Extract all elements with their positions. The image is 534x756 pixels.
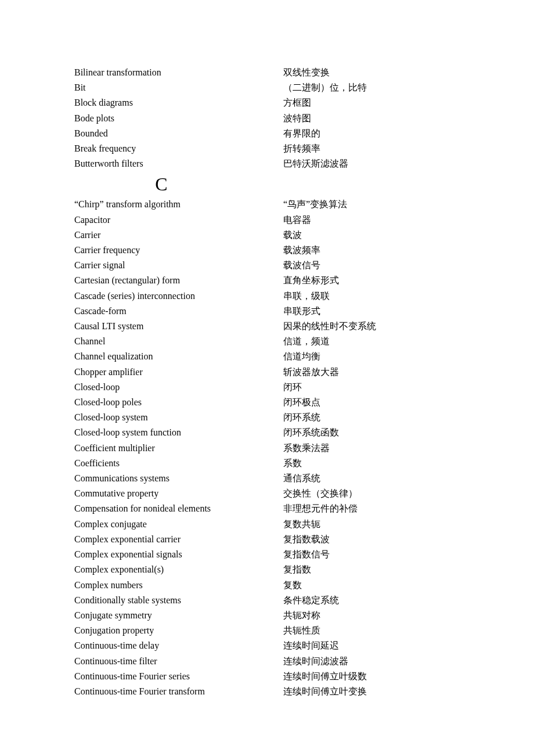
glossary-row: Bilinear transformation双线性变换	[74, 65, 460, 80]
term-chinese: 通信系统	[283, 471, 460, 486]
glossary-row: Causal LTI system因果的线性时不变系统	[74, 319, 460, 334]
section-b-rows: Bilinear transformation双线性变换Bit（二进制）位，比特…	[74, 65, 460, 171]
glossary-row: Chopper amplifier斩波器放大器	[74, 365, 460, 380]
term-english: Block diagrams	[74, 95, 283, 110]
term-english: Communications systems	[74, 471, 283, 486]
term-chinese: 连续时间傅立叶级数	[283, 669, 460, 684]
glossary-row: Break frequency折转频率	[74, 141, 460, 156]
term-english: Cartesian (rectangular) form	[74, 273, 283, 288]
glossary-row: Closed-loop system function闭环系统函数	[74, 425, 460, 440]
glossary-row: Conjugation property共轭性质	[74, 623, 460, 638]
glossary-row: Continuous-time Fourier transform连续时间傅立叶…	[74, 684, 460, 699]
term-english: Bode plots	[74, 111, 283, 126]
term-chinese: 闭环	[283, 380, 460, 395]
term-chinese: 信道均衡	[283, 349, 460, 364]
glossary-row: Continuous-time delay连续时间延迟	[74, 638, 460, 653]
term-chinese: 波特图	[283, 111, 460, 126]
term-chinese: 载波	[283, 228, 460, 243]
term-chinese: 共轭性质	[283, 623, 460, 638]
term-chinese: 双线性变换	[283, 65, 460, 80]
glossary-row: Conditionally stable systems条件稳定系统	[74, 593, 460, 608]
glossary-row: Complex conjugate复数共轭	[74, 517, 460, 532]
term-english: Carrier signal	[74, 258, 283, 273]
term-english: Coefficients	[74, 456, 283, 471]
term-chinese: 闭环极点	[283, 395, 460, 410]
section-c-rows: “Chirp” transform algorithm“鸟声”变换算法Capac…	[74, 197, 460, 699]
term-chinese: 交换性（交换律）	[283, 486, 460, 501]
term-chinese: 复指数	[283, 562, 460, 577]
term-chinese: 载波频率	[283, 243, 460, 258]
glossary-row: Capacitor电容器	[74, 213, 460, 228]
glossary-row: Continuous-time Fourier series连续时间傅立叶级数	[74, 669, 460, 684]
term-english: Chopper amplifier	[74, 365, 283, 380]
glossary-row: Coefficient multiplier系数乘法器	[74, 441, 460, 456]
term-chinese: 连续时间滤波器	[283, 654, 460, 669]
term-chinese: 复数	[283, 578, 460, 593]
term-english: Closed-loop system function	[74, 425, 283, 440]
term-english: Continuous-time filter	[74, 654, 283, 669]
glossary-row: Complex exponential(s)复指数	[74, 562, 460, 577]
term-chinese: 系数	[283, 456, 460, 471]
term-english: Cascade (series) interconnection	[74, 289, 283, 304]
glossary-row: Closed-loop poles闭环极点	[74, 395, 460, 410]
term-chinese: 复数共轭	[283, 517, 460, 532]
term-english: Bounded	[74, 126, 283, 141]
glossary-row: Conjugate symmetry共轭对称	[74, 608, 460, 623]
term-english: Channel equalization	[74, 349, 283, 364]
term-english: Continuous-time delay	[74, 638, 283, 653]
term-english: Butterworth filters	[74, 156, 283, 171]
term-chinese: 载波信号	[283, 258, 460, 273]
term-english: Bit	[74, 80, 283, 95]
term-english: Complex exponential carrier	[74, 532, 283, 547]
term-english: Conditionally stable systems	[74, 593, 283, 608]
term-chinese: 巴特沃斯滤波器	[283, 156, 460, 171]
term-english: Cascade-form	[74, 304, 283, 319]
term-english: Conjugate symmetry	[74, 608, 283, 623]
glossary-row: Continuous-time filter连续时间滤波器	[74, 654, 460, 669]
glossary-row: Communications systems通信系统	[74, 471, 460, 486]
term-chinese: 系数乘法器	[283, 441, 460, 456]
glossary-row: Closed-loop system闭环系统	[74, 410, 460, 425]
term-english: Capacitor	[74, 213, 283, 228]
term-english: Compensation for nonideal elements	[74, 501, 283, 516]
term-english: Continuous-time Fourier series	[74, 669, 283, 684]
term-chinese: 复指数信号	[283, 547, 460, 562]
glossary-row: Butterworth filters巴特沃斯滤波器	[74, 156, 460, 171]
term-english: Closed-loop	[74, 380, 283, 395]
term-english: Complex exponential signals	[74, 547, 283, 562]
term-chinese: 共轭对称	[283, 608, 460, 623]
glossary-row: “Chirp” transform algorithm“鸟声”变换算法	[74, 197, 460, 212]
glossary-row: Bounded有界限的	[74, 126, 460, 141]
glossary-row: Carrier frequency载波频率	[74, 243, 460, 258]
term-english: Coefficient multiplier	[74, 441, 283, 456]
term-chinese: 折转频率	[283, 141, 460, 156]
term-chinese: 电容器	[283, 213, 460, 228]
glossary-row: Coefficients系数	[74, 456, 460, 471]
term-english: Carrier	[74, 228, 283, 243]
term-english: “Chirp” transform algorithm	[74, 197, 283, 212]
term-chinese: 复指数载波	[283, 532, 460, 547]
term-english: Closed-loop poles	[74, 395, 283, 410]
glossary-row: Carrier载波	[74, 228, 460, 243]
glossary-row: Closed-loop闭环	[74, 380, 460, 395]
glossary-row: Block diagrams方框图	[74, 95, 460, 110]
term-english: Conjugation property	[74, 623, 283, 638]
glossary-row: Complex exponential carrier复指数载波	[74, 532, 460, 547]
term-english: Complex exponential(s)	[74, 562, 283, 577]
term-english: Continuous-time Fourier transform	[74, 684, 283, 699]
term-chinese: 闭环系统函数	[283, 425, 460, 440]
term-chinese: 连续时间傅立叶变换	[283, 684, 460, 699]
glossary-row: Cartesian (rectangular) form直角坐标形式	[74, 273, 460, 288]
section-header-c: C	[74, 171, 248, 197]
term-chinese: 方框图	[283, 95, 460, 110]
term-english: Channel	[74, 334, 283, 349]
term-chinese: 直角坐标形式	[283, 273, 460, 288]
term-english: Carrier frequency	[74, 243, 283, 258]
term-chinese: 斩波器放大器	[283, 365, 460, 380]
glossary-row: Cascade-form串联形式	[74, 304, 460, 319]
term-chinese: 有界限的	[283, 126, 460, 141]
glossary-row: Channel信道，频道	[74, 334, 460, 349]
glossary-row: Bode plots波特图	[74, 111, 460, 126]
term-english: Bilinear transformation	[74, 65, 283, 80]
glossary-row: Cascade (series) interconnection串联，级联	[74, 289, 460, 304]
